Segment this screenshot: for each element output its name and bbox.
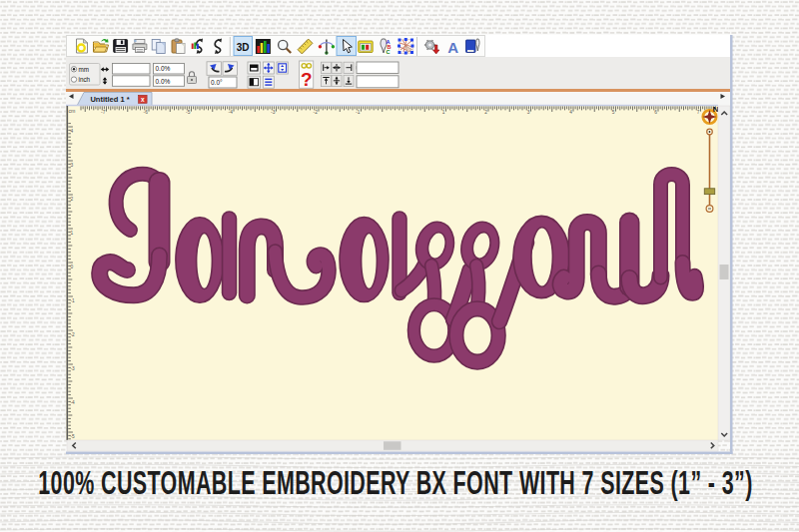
svg-text:0: 0 — [71, 265, 74, 269]
svg-text:2: 2 — [71, 197, 74, 202]
svg-text:-5: -5 — [71, 434, 76, 439]
svg-text:1: 1 — [442, 110, 445, 115]
svg-text:C: C — [387, 49, 391, 55]
svg-text:-7: -7 — [101, 110, 106, 115]
svg-text:3D: 3D — [237, 42, 250, 53]
svg-text:2: 2 — [484, 110, 487, 115]
svg-text:-1: -1 — [356, 110, 361, 115]
svg-text:-6: -6 — [144, 110, 149, 115]
svg-text:100% CUSTOMABLE EMBROIDERY BX: 100% CUSTOMABLE EMBROIDERY BX FONT WITH … — [38, 464, 752, 501]
svg-text:-4: -4 — [71, 400, 76, 405]
svg-text:inch: inch — [79, 76, 91, 83]
svg-text:Untitled 1 *: Untitled 1 * — [90, 95, 129, 104]
svg-text:cm: cm — [69, 108, 76, 114]
svg-text:-1: -1 — [71, 298, 76, 303]
svg-text:1: 1 — [71, 231, 74, 236]
svg-text:0.0%: 0.0% — [156, 78, 171, 85]
svg-text:-4: -4 — [229, 110, 234, 115]
svg-text:0.0%: 0.0% — [156, 65, 171, 72]
svg-text:-2: -2 — [314, 110, 319, 115]
svg-text:-5: -5 — [186, 110, 191, 115]
svg-text:mm: mm — [79, 66, 90, 73]
svg-text:-3: -3 — [271, 110, 276, 115]
svg-text:0.0°: 0.0° — [211, 79, 223, 86]
svg-text:7: 7 — [697, 110, 700, 115]
svg-text:6: 6 — [654, 110, 657, 115]
svg-text:?: ? — [301, 69, 313, 90]
svg-text:x: x — [141, 96, 145, 103]
svg-text:3: 3 — [527, 110, 530, 115]
svg-text:5: 5 — [612, 110, 615, 115]
svg-text:-2: -2 — [71, 332, 76, 337]
svg-text:A: A — [447, 39, 458, 56]
svg-text:3: 3 — [71, 163, 74, 168]
svg-text:4: 4 — [569, 110, 572, 115]
svg-text:-3: -3 — [71, 366, 76, 371]
svg-text:4: 4 — [71, 129, 74, 134]
